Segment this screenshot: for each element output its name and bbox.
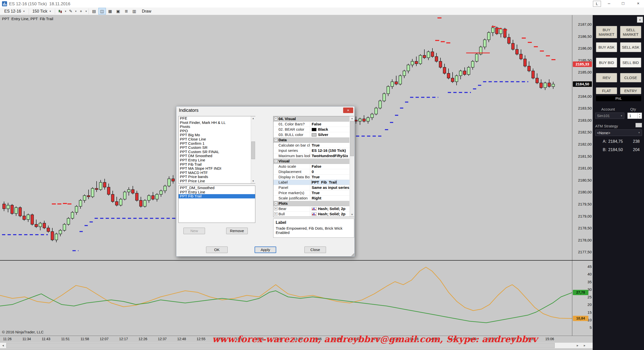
property-row[interactable]: 03. BULL colorSilver [273,132,349,137]
property-row[interactable]: Display in Data BoxTrue [273,174,349,180]
property-row[interactable]: 01. Color Bars?False [273,122,349,127]
property-row[interactable]: Displacement0 [273,169,349,174]
ok-button[interactable]: OK [206,247,228,253]
indicator-list-item[interactable]: PPT Custom SR FINAL [179,150,255,154]
collapse-icon[interactable]: − [274,159,277,163]
chart-trader-icon[interactable]: ◫ [98,8,106,15]
indicator-list-item[interactable]: PPT Price Line [179,179,255,183]
data-box-icon[interactable]: ▣ [114,8,122,15]
property-row[interactable]: Price marker(s)True [273,190,349,196]
flat-button[interactable]: FLAT [596,87,617,94]
property-value[interactable]: 0 [310,169,349,174]
scroll-up-icon[interactable]: ▲ [251,116,255,121]
property-category-row[interactable]: −04. Visual [273,116,349,122]
property-row[interactable]: Auto scaleFalse [273,164,349,169]
spinner-arrows-icon[interactable]: ▲▼ [637,113,642,119]
indicator-list-item[interactable]: PPT Entry Line [179,158,255,162]
property-value[interactable]: Silver [310,132,349,137]
indicator-list-item[interactable]: PPT DM Smoothed [179,154,255,158]
chart-panel-icon[interactable]: ▤ [90,8,98,15]
close-button[interactable]: Close [304,247,326,253]
resize-grip[interactable] [351,253,354,256]
sell-market-button[interactable]: SELL MARKET [620,26,641,38]
close-window-button[interactable]: × [632,0,644,7]
reverse-button[interactable]: REV [596,73,617,82]
property-row[interactable]: Calculate on bar closTrue [273,143,349,148]
expand-icon[interactable]: + [274,207,277,210]
collapse-icon[interactable]: − [274,117,277,120]
lock-button[interactable]: L [593,1,601,7]
panel-divider[interactable] [0,260,593,261]
scroll-right-end-icon[interactable]: ► [582,343,588,348]
properties-icon[interactable]: ▥ [131,8,138,15]
property-value[interactable]: TwoHundredFiftySix [310,153,349,158]
scroll-right-icon[interactable]: ► [575,343,581,348]
property-value[interactable]: False [310,164,349,169]
quantity-stepper[interactable]: 1 ▲▼ [627,113,642,119]
property-value[interactable]: PPT Fib Trail [310,180,349,185]
collapse-icon[interactable]: − [274,138,277,142]
property-value[interactable]: Right [310,196,349,201]
buy-ask-button[interactable]: BUY ASK [596,42,617,52]
chevron-down-icon[interactable]: ▼ [85,10,87,13]
scroll-up-icon[interactable]: ▲ [350,116,354,121]
indicator-list-item[interactable]: Pivot Finder, Mark HH & LL [179,121,255,125]
property-row[interactable]: +BullHash; Solid; 2p [273,212,349,217]
dialog-close-icon[interactable]: × [343,108,353,113]
scroll-down-icon[interactable]: ▼ [251,179,255,183]
property-category-row[interactable]: −Plots [273,201,349,206]
property-value[interactable]: True [310,174,349,180]
apply-button[interactable]: Apply [255,247,276,253]
property-row[interactable]: 02. BEAR colorBlack [273,127,349,132]
property-grid-scrollbar[interactable]: ▲ ▼ [350,116,354,217]
selected-indicator-item[interactable]: PPT_DM_Smoothed [179,186,255,190]
property-value[interactable]: Same as input series [310,185,349,190]
indicator-list-item[interactable]: PPT MA Slope HTF INDI [179,166,255,171]
cursor-tool-icon[interactable]: ⌖ [77,8,85,15]
sell-ask-button[interactable]: SELL ASK [620,42,641,52]
maximize-button[interactable]: □ [619,0,628,7]
indicator-list-item[interactable]: PPT Custom SR [179,146,255,150]
scrollbar-thumb[interactable] [251,142,255,159]
sell-bid-button[interactable]: SELL BID [620,58,641,67]
dialog-title[interactable]: Indicators [176,107,354,114]
scrollbar-thumb[interactable] [350,121,354,156]
close-position-button[interactable]: CLOSE [620,73,641,82]
indicator-list-item[interactable]: PPT MACD HTF [179,171,255,175]
grid-icon[interactable]: ≣ [123,8,130,15]
scroll-down-icon[interactable]: ▼ [350,213,354,217]
property-value[interactable]: Hash; Solid; 2p [310,212,349,217]
entry-button[interactable]: ENTRY [620,87,641,94]
indicators-icon[interactable]: ▦ [106,8,114,15]
draw-label[interactable]: Draw [142,9,151,14]
property-row[interactable]: Maximum bars lookTwoHundredFiftySix [273,153,349,159]
property-row[interactable]: PanelSame as input series [273,185,349,190]
property-value[interactable]: Hash; Solid; 2p [310,206,349,211]
indicator-list-item[interactable]: PPO [179,129,255,133]
indicator-list-item[interactable]: PFE [179,116,255,121]
property-row[interactable]: Input seriesES 12-16 (150 Tick) [273,148,349,153]
instrument-dropdown[interactable]: ES 12-16 ▼ [2,8,27,14]
property-category-row[interactable]: −Visual [273,159,349,164]
oscillator-panel[interactable] [0,261,572,336]
chart-style-icon[interactable] [57,8,64,15]
minimize-button[interactable]: – [605,0,614,7]
chevron-down-icon[interactable]: ▼ [64,10,67,13]
selected-indicators-list[interactable]: PPT_DM_SmoothedPPT Entry LinePPT Fib Tra… [178,186,255,223]
indicator-list-item[interactable]: PPT Close Line [179,137,255,142]
drawing-tools-icon[interactable]: ✎ [67,8,74,15]
property-value[interactable]: True [310,190,349,195]
remove-button[interactable]: Remove [226,228,248,234]
indicator-list-item[interactable]: PPT Confirm 1 [179,142,255,146]
account-select[interactable]: Sim101 ▼ [595,113,624,119]
property-value[interactable]: Black [310,127,349,132]
atm-strategy-button[interactable] [635,123,642,127]
atm-strategy-select[interactable]: <None> ▼ [595,129,642,136]
indicator-list-item[interactable]: PPT Big Mo [179,133,255,137]
buy-market-button[interactable]: BUY MARKET [596,26,617,38]
available-indicators-list[interactable]: PFEPivot Finder, Mark HH & LLPivotsPPOPP… [178,116,255,184]
property-category-row[interactable]: −Data [273,137,349,143]
property-value[interactable]: True [310,143,349,148]
property-value[interactable]: ES 12-16 (150 Tick) [310,148,349,153]
selected-indicator-item[interactable]: PPT Entry Line [179,190,255,194]
